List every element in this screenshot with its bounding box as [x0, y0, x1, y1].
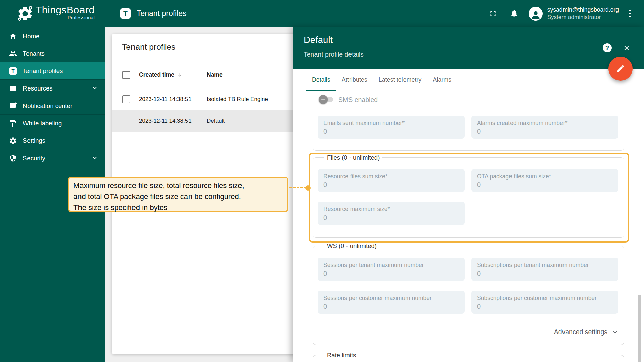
tab-details[interactable]: Details [306, 69, 336, 91]
sidebar-item-label: Tenants [23, 50, 45, 57]
close-icon[interactable] [623, 44, 631, 52]
sidebar-item-white-labeling[interactable]: White labeling [0, 114, 105, 132]
page-title-wrap: T Tenant profiles [120, 0, 187, 27]
shield-icon [9, 154, 17, 162]
edit-fab-button[interactable] [608, 57, 633, 81]
sort-desc-icon [177, 72, 183, 78]
subscriptions-per-customer-input[interactable]: Subscriptions per customer maximum numbe… [471, 291, 618, 314]
brand-name: ThingsBoard [36, 4, 95, 16]
sidebar-item-resources[interactable]: Resources [0, 79, 105, 97]
sidebar-item-tenants[interactable]: Tenants [0, 45, 105, 62]
sidebar-item-label: Notification center [23, 102, 72, 110]
annotation-callout: Maximum resource file size, total resour… [68, 177, 288, 212]
resource-files-sum-size-input[interactable]: Resource files sum size* 0 [318, 169, 465, 192]
sidebar-item-label: Settings [23, 137, 45, 144]
sessions-per-tenant-input[interactable]: Sessions per tenant maximum number 0 [318, 258, 465, 281]
sidebar-item-label: Security [23, 155, 45, 162]
annotation-connector-line [289, 187, 307, 188]
sidebar-item-label: White labeling [23, 120, 62, 127]
sidebar-item-settings[interactable]: Settings [0, 132, 105, 149]
user-email: sysadmin@thingsboard.org [547, 6, 619, 14]
sidebar-item-home[interactable]: Home [0, 27, 105, 45]
fullscreen-icon[interactable] [489, 9, 497, 18]
brand-edition: Professional [36, 15, 95, 20]
chevron-down-icon [91, 154, 98, 162]
advanced-settings-button[interactable]: Advanced settings [554, 328, 619, 336]
kebab-menu-icon[interactable] [628, 8, 632, 19]
rate-limits-fieldset: Rate limits [313, 355, 624, 362]
ota-package-files-sum-size-input[interactable]: OTA package files sum size* 0 [471, 169, 618, 192]
folder-icon [9, 84, 17, 93]
column-header-name[interactable]: Name [207, 71, 223, 78]
tab-latest-telemetry[interactable]: Latest telemetry [373, 69, 427, 91]
ws-legend: WS (0 - unlimited) [324, 242, 379, 250]
scrollbar-thumb[interactable] [638, 295, 641, 362]
page-title: Tenant profiles [137, 9, 187, 18]
tenants-icon [9, 50, 17, 58]
select-all-checkbox[interactable] [122, 71, 130, 79]
paint-icon [9, 119, 17, 127]
sidebar-item-tenant-profiles[interactable]: T Tenant profiles [0, 62, 105, 79]
sms-enabled-label: SMS enabled [338, 96, 378, 104]
user-role: System administrator [547, 14, 619, 21]
drawer-subtitle: Tenant profile details [304, 51, 364, 58]
sidebar-item-security[interactable]: Security [0, 149, 105, 167]
drawer-body: SMS enabled Emails sent maximum number* … [293, 91, 644, 362]
annotation-line: The size is specified in bytes [73, 202, 287, 213]
cell-name: Isolated TB Rule Engine [207, 96, 268, 103]
sidebar-item-label: Home [23, 33, 39, 40]
tenant-profiles-icon: T [9, 67, 17, 75]
drawer-header: Default Tenant profile details ? [293, 27, 644, 69]
alarms-created-max-input[interactable]: Alarms created maximum number* 0 [471, 116, 618, 139]
files-legend: Files (0 - unlimited) [324, 153, 382, 162]
home-icon [9, 32, 17, 40]
tenant-profile-drawer: Default Tenant profile details ? Details… [293, 27, 644, 362]
chevron-down-icon [91, 84, 98, 92]
thingsboard-logo-icon [17, 5, 34, 22]
table-title: Tenant profiles [122, 42, 175, 52]
user-info: sysadmin@thingsboard.org System administ… [547, 6, 619, 21]
cell-name: Default [207, 118, 225, 124]
drawer-tabs: Details Attributes Latest telemetry Alar… [293, 69, 644, 91]
sidebar-item-label: Resources [23, 85, 52, 92]
chevron-down-icon [611, 328, 619, 336]
resource-maximum-size-input[interactable]: Resource maximum size* 0 [318, 202, 465, 225]
column-header-created-time[interactable]: Created time [139, 71, 183, 78]
cell-created-time: 2023-12-11 14:38:51 [139, 118, 192, 124]
brand-logo[interactable]: ThingsBoard Professional [0, 0, 105, 27]
pencil-icon [616, 64, 625, 73]
sidebar-item-label: Tenant profiles [22, 67, 63, 75]
tenant-profiles-badge-icon: T [120, 8, 131, 19]
tab-attributes[interactable]: Attributes [336, 69, 373, 91]
annotation-connector-dot [305, 185, 311, 191]
cell-created-time: 2023-12-11 14:38:51 [139, 96, 192, 103]
annotation-line: Maximum resource file size, total resour… [73, 180, 287, 191]
emails-sent-max-input[interactable]: Emails sent maximum number* 0 [318, 116, 465, 139]
drawer-title: Default [304, 35, 333, 45]
rate-limits-legend: Rate limits [324, 351, 359, 360]
bell-icon[interactable] [509, 9, 519, 18]
drawer-scrollbar [635, 155, 644, 362]
subscriptions-per-tenant-input[interactable]: Subscriptions per tenant maximum number … [471, 258, 618, 281]
notification-icon [9, 102, 17, 110]
sessions-per-customer-input[interactable]: Sessions per customer maximum number 0 [318, 291, 465, 314]
gear-icon [9, 137, 17, 145]
sidebar-item-notification-center[interactable]: Notification center [0, 97, 105, 114]
sms-enabled-toggle[interactable] [319, 95, 334, 104]
row-checkbox[interactable] [122, 95, 130, 103]
tab-alarms[interactable]: Alarms [427, 69, 458, 91]
annotation-line: and total OTA package files size can be … [73, 191, 287, 202]
help-icon[interactable]: ? [603, 43, 612, 52]
user-avatar[interactable] [529, 7, 543, 21]
